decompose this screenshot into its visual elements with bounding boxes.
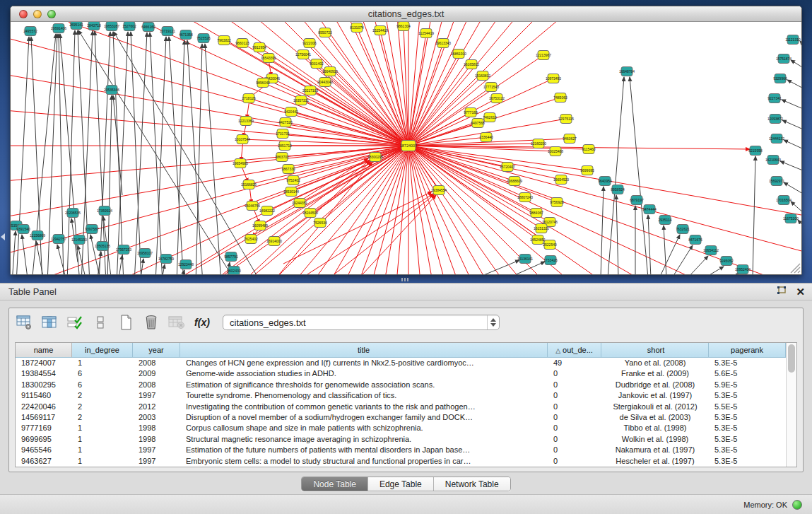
citation-edge-black[interactable] [131,32,141,274]
citation-edge-black[interactable] [782,100,801,112]
citation-edge-black[interactable] [780,161,801,174]
citation-edge-black[interactable] [22,235,28,274]
table-row[interactable]: 1456911722003Disruption of a novel membe… [16,412,786,423]
table-cell[interactable]: 2012 [133,402,180,412]
table-cell[interactable]: 2008 [133,380,180,390]
citation-edge-red[interactable] [408,64,471,146]
table-cell[interactable]: de Silva et al. (2003) [601,412,709,423]
table-cell[interactable]: 1 [72,445,133,455]
citation-edge-red[interactable] [408,146,514,181]
table-row[interactable]: 977716911998Corpus callosum shape and si… [16,423,786,433]
table-cell[interactable]: Estimation of the future numbers of pati… [180,445,548,455]
citation-edge-black[interactable] [180,270,184,274]
table-cell[interactable]: Nakamura et al. (1997) [601,445,709,455]
table-cell[interactable]: 5.3E-5 [709,434,786,445]
table-cell[interactable]: 9463627 [16,456,72,467]
citation-edge-black[interactable] [150,33,163,274]
table-select-dropdown[interactable]: citations_edges.txt [223,315,500,330]
table-cell[interactable]: 0 [548,445,601,455]
table-cell[interactable]: 5.9E-5 [709,380,786,390]
table-cell[interactable]: 5.3E-5 [709,456,786,467]
table-row[interactable]: 1872400712008Changes of HCN gene express… [16,358,786,368]
close-window-button[interactable] [19,10,28,18]
citation-network-graph[interactable]: 8550723922200612756041903140216640910204… [11,22,801,274]
table-cell[interactable]: 6 [72,380,133,390]
table-row[interactable]: 969969511998Structural magnetic resonanc… [16,434,786,445]
tab-node-table[interactable]: Node Table [302,477,368,491]
citation-edge-red[interactable] [288,146,408,169]
split-pane-grip[interactable] [401,278,410,281]
table-cell[interactable]: 5.3E-5 [709,390,786,401]
citation-edge-black[interactable] [782,120,801,133]
table-cell[interactable]: Tibbo et al. (1998) [601,423,709,433]
column-header-title[interactable]: title [180,343,548,358]
column-header-short[interactable]: short [601,343,709,358]
table-cell[interactable]: 2003 [133,412,180,423]
table-cell[interactable]: 0 [548,402,601,412]
citation-edge-black[interactable] [664,226,666,274]
function-builder-icon[interactable]: f(x) [193,313,211,332]
table-cell[interactable]: 0 [548,368,601,379]
new-column-icon[interactable] [117,313,135,332]
citation-edge-black[interactable] [800,41,801,54]
citation-edge-red[interactable] [408,146,550,222]
table-cell[interactable]: 2 [72,402,133,412]
table-cell[interactable]: 2009 [133,368,180,379]
minimize-window-button[interactable] [33,10,42,18]
table-cell[interactable]: 5.6E-5 [709,368,786,379]
citation-edge-black[interactable] [787,80,801,93]
citation-edge-red[interactable] [249,146,408,185]
table-cell[interactable]: 1 [72,358,133,368]
table-cell[interactable]: Yano et al. (2008) [601,358,709,368]
table-cell[interactable]: 2008 [133,358,180,368]
table-cell[interactable]: 9465546 [16,445,72,455]
network-canvas[interactable]: 8550723922200612756041903140216640910204… [11,22,801,274]
table-cell[interactable]: 1997 [133,445,180,455]
citation-edge-red[interactable] [408,146,568,274]
table-row[interactable]: 911546021997Tourette syndrome. Phenomeno… [16,390,786,401]
table-row[interactable]: 1938455462009Genome-wide association stu… [16,368,786,379]
citation-edge-black[interactable] [57,245,67,274]
table-cell[interactable]: Dudbridge et al. (2008) [601,380,709,390]
citation-edge-red[interactable] [11,66,408,146]
citation-edge-black[interactable] [798,220,801,235]
column-header-year[interactable]: year [133,343,180,358]
citation-edge-black[interactable] [648,215,651,274]
row-height-icon[interactable] [91,313,110,332]
table-cell[interactable]: Genome-wide association studies in ADHD. [180,368,548,379]
table-cell[interactable]: 1997 [133,456,180,467]
citation-edge-red[interactable] [94,22,408,146]
delete-column-icon[interactable] [142,313,160,332]
table-cell[interactable]: 1 [72,456,133,467]
citation-edge-black[interactable] [169,37,184,274]
table-cell[interactable]: Embryonic stem cells: a model to study s… [180,456,548,467]
citation-edge-black[interactable] [95,31,106,274]
citation-edge-black[interactable] [630,77,648,274]
select-all-icon[interactable] [66,313,84,332]
table-row[interactable]: 946554611997Estimation of the future num… [16,445,786,455]
table-cell[interactable]: 0 [548,434,601,445]
citation-edge-black[interactable] [196,44,202,274]
table-cell[interactable]: Hescheler et al. (1997) [601,456,709,467]
citation-edge-black[interactable] [688,256,708,274]
citation-edge-black[interactable] [721,274,740,274]
citation-edge-red[interactable] [408,22,723,146]
table-cell[interactable]: 1998 [133,434,180,445]
table-cell[interactable]: Tourette syndrome. Phenomenology and cla… [180,390,548,401]
table-cell[interactable]: 9777169 [16,423,72,433]
network-view-window[interactable]: citations_edges.txt 85507239222006127560… [10,6,802,275]
citation-edge-black[interactable] [12,231,16,274]
table-scrollbar-thumb[interactable] [788,344,795,373]
table-cell[interactable]: 5.3E-5 [709,445,786,455]
table-mode-icon[interactable] [15,313,33,332]
close-panel-icon[interactable]: ✕ [796,286,805,298]
zoom-window-button[interactable] [47,10,56,18]
window-titlebar[interactable]: citations_edges.txt [11,6,801,22]
table-cell[interactable]: 0 [548,390,601,401]
table-cell[interactable]: 0 [548,412,601,423]
table-cell[interactable]: Changes of HCN gene expression and I(f) … [180,358,548,368]
tab-edge-table[interactable]: Edge Table [368,477,434,491]
table-cell[interactable]: 14569117 [16,412,72,423]
citation-edge-black[interactable] [753,156,755,274]
table-cell[interactable]: Franke et al. (2009) [601,368,709,379]
